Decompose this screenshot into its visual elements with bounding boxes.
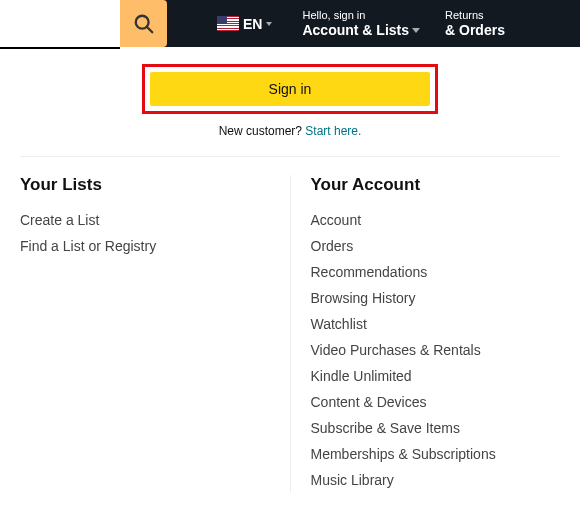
list-item[interactable]: Browsing History [311, 285, 561, 311]
account-label: Account & Lists [302, 22, 409, 39]
signin-button-label: Sign in [269, 81, 312, 97]
account-flyout: Sign in New customer? Start here. Your L… [0, 49, 580, 513]
list-item[interactable]: Watchlist [311, 311, 561, 337]
signin-highlight-box: Sign in [142, 64, 438, 114]
your-account-column: Your Account Account Orders Recommendati… [290, 175, 561, 493]
list-item[interactable]: Video Purchases & Rentals [311, 337, 561, 363]
nav-gap [0, 0, 120, 47]
your-account-items: Account Orders Recommendations Browsing … [311, 207, 561, 493]
your-lists-items: Create a List Find a List or Registry [20, 207, 270, 259]
list-item[interactable]: Content & Devices [311, 389, 561, 415]
list-item[interactable]: Music Library [311, 467, 561, 493]
svg-line-1 [146, 26, 152, 32]
language-code: EN [243, 16, 262, 32]
list-item[interactable]: Orders [311, 233, 561, 259]
list-item[interactable]: Account [311, 207, 561, 233]
returns-label-bottom: & Orders [445, 22, 505, 39]
list-item[interactable]: Subscribe & Save Items [311, 415, 561, 441]
flyout-pointer-icon [439, 47, 457, 56]
list-item[interactable]: Find a List or Registry [20, 233, 270, 259]
returns-label-top: Returns [445, 9, 505, 22]
list-item[interactable]: Create a List [20, 207, 270, 233]
list-item[interactable]: Kindle Unlimited [311, 363, 561, 389]
us-flag-icon [217, 16, 239, 31]
top-nav: EN Hello, sign in Account & Lists Return… [0, 0, 580, 47]
list-item[interactable]: Memberships & Subscriptions [311, 441, 561, 467]
new-customer-prefix: New customer? [219, 124, 306, 138]
account-menu[interactable]: Hello, sign in Account & Lists [302, 9, 420, 39]
account-greeting: Hello, sign in [302, 9, 420, 22]
divider [20, 156, 560, 157]
language-selector[interactable]: EN [217, 16, 272, 32]
returns-orders[interactable]: Returns & Orders [445, 9, 505, 39]
chevron-down-icon [412, 28, 420, 33]
chevron-down-icon [266, 22, 272, 26]
list-item[interactable]: Recommendations [311, 259, 561, 285]
start-here-link[interactable]: Start here. [305, 124, 361, 138]
search-icon [133, 13, 155, 35]
new-customer-text: New customer? Start here. [20, 124, 560, 138]
search-button[interactable] [120, 0, 167, 47]
your-account-heading: Your Account [311, 175, 561, 195]
your-lists-heading: Your Lists [20, 175, 270, 195]
signin-button[interactable]: Sign in [150, 72, 430, 106]
your-lists-column: Your Lists Create a List Find a List or … [20, 175, 290, 493]
